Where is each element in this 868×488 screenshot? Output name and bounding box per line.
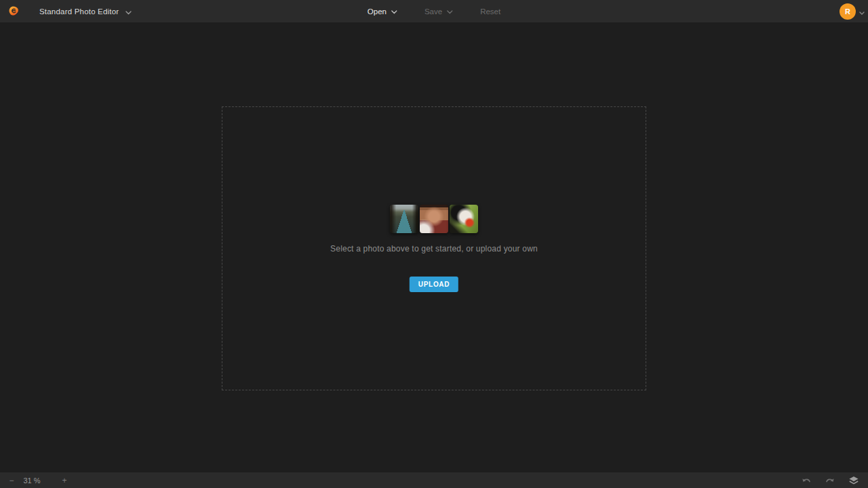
zoom-level-value: 31 % [16, 476, 47, 485]
avatar[interactable]: R [840, 3, 856, 20]
chevron-down-icon [125, 5, 132, 18]
reset-button[interactable]: Reset [480, 7, 500, 16]
save-button[interactable]: Save [425, 7, 453, 16]
app-title: Standard Photo Editor [39, 7, 119, 16]
chevron-down-icon [391, 7, 397, 16]
file-menu: Open Save Reset [368, 0, 500, 22]
redo-icon[interactable] [825, 476, 835, 485]
history-and-layers-tools [801, 476, 868, 485]
placeholder-caption: Select a photo above to get started, or … [222, 244, 646, 253]
layers-icon[interactable] [848, 476, 859, 485]
zoom-controls: − 31 % + [0, 476, 69, 485]
top-bar: Standard Photo Editor Open Save Reset R [0, 0, 868, 22]
open-button[interactable]: Open [368, 7, 397, 16]
sample-photo-row [390, 205, 478, 233]
chevron-down-icon [447, 7, 453, 16]
fjord-landscape-thumbnail[interactable] [390, 205, 418, 233]
undo-icon[interactable] [801, 476, 812, 485]
puffin-bird-thumbnail[interactable] [450, 205, 478, 233]
zoom-in-button[interactable]: + [60, 476, 69, 485]
reset-button-label: Reset [480, 7, 500, 16]
open-button-label: Open [368, 7, 387, 16]
app-logo-icon[interactable] [7, 5, 20, 18]
editor-mode-switcher[interactable]: Standard Photo Editor [39, 0, 132, 22]
save-button-label: Save [425, 7, 442, 16]
zoom-out-button[interactable]: − [7, 476, 16, 485]
account-menu[interactable]: R [840, 0, 865, 22]
bottom-bar: − 31 % + [0, 472, 868, 488]
upload-button[interactable]: UPLOAD [410, 277, 458, 292]
chevron-down-icon [859, 5, 865, 18]
woman-portrait-thumbnail[interactable] [420, 205, 448, 233]
canvas-drop-zone: Select a photo above to get started, or … [222, 106, 646, 390]
